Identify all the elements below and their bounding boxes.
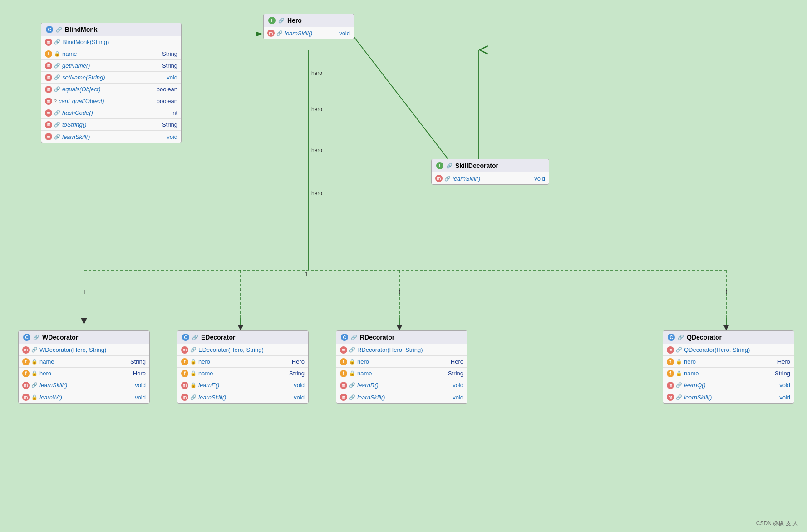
blindmonk-badge: C: [46, 26, 53, 33]
rdecorator-row-constructor: m 🔗 RDecorator(Hero, String): [336, 344, 467, 356]
skilldecorator-badge: I: [436, 162, 443, 169]
wdecorator-row-constructor: m 🔗 WDecorator(Hero, String): [19, 344, 149, 356]
qdecorator-class: C 🔗 QDecorator m 🔗 QDecorator(Hero, Stri…: [663, 330, 794, 404]
blindmonk-header: C 🔗 BlindMonk: [41, 23, 181, 36]
edecorator-row-hero: f 🔒 hero Hero: [177, 356, 308, 368]
blindmonk-canequal: canEqual(Object): [59, 98, 155, 104]
hero-class: I 🔗 Hero m 🔗 learnSkill() void: [263, 14, 354, 39]
blindmonk-row-name: f 🔒 name String: [41, 48, 181, 60]
blindmonk-name-type: String: [162, 50, 177, 57]
skilldecorator-row-learnskill: m 🔗 learnSkill() void: [432, 172, 549, 184]
blindmonk-row-learnskill: m 🔗 learnSkill() void: [41, 131, 181, 143]
rdecorator-row-learnr: m 🔗 learnR() void: [336, 379, 467, 391]
skilldecorator-learnskill-type: void: [534, 175, 545, 182]
edecorator-class: C 🔗 EDecorator m 🔗 EDecorator(Hero, Stri…: [177, 330, 309, 404]
svg-text:1: 1: [398, 289, 401, 296]
blindmonk-setname: setName(String): [62, 74, 165, 81]
svg-text:1: 1: [239, 289, 242, 296]
qdecorator-row-hero: f 🔒 hero Hero: [663, 356, 794, 368]
blindmonk-row-getname: m 🔗 getName() String: [41, 60, 181, 72]
wdecorator-header: C 🔗 WDecorator: [19, 331, 149, 344]
blindmonk-equals-type: boolean: [157, 86, 177, 93]
diagram-container: hero hero hero hero 1 1 1 1 1: [0, 0, 807, 532]
hero-row-learnskill: m 🔗 learnSkill() void: [264, 27, 354, 39]
blindmonk-getname-type: String: [162, 62, 177, 69]
svg-text:1: 1: [725, 289, 728, 296]
svg-text:1: 1: [83, 289, 86, 296]
svg-text:hero: hero: [311, 70, 322, 76]
rdecorator-header: C 🔗 RDecorator: [336, 331, 467, 344]
qdecorator-row-name: f 🔒 name String: [663, 368, 794, 379]
hero-badge: I: [268, 17, 276, 24]
blindmonk-title: BlindMonk: [65, 26, 98, 33]
blindmonk-row-setname: m 🔗 setName(String) void: [41, 72, 181, 84]
svg-line-1: [352, 34, 458, 172]
blindmonk-row-hashcode: m 🔗 hashCode() int: [41, 107, 181, 119]
qdecorator-title: QDecorator: [687, 334, 722, 341]
skilldecorator-learnskill: learnSkill(): [453, 175, 532, 182]
hero-title: Hero: [287, 17, 302, 24]
skilldecorator-link-icon: 🔗: [446, 163, 453, 169]
skilldecorator-title: SkillDecorator: [455, 162, 498, 169]
blindmonk-row-canequal: m ? canEqual(Object) boolean: [41, 95, 181, 107]
edecorator-row-constructor: m 🔗 EDecorator(Hero, String): [177, 344, 308, 356]
qdecorator-row-learnq: m 🔗 learnQ() void: [663, 379, 794, 391]
svg-marker-17: [396, 325, 403, 330]
wdecorator-row-name: f 🔒 name String: [19, 356, 149, 368]
blindmonk-row-tostring: m 🔗 toString() String: [41, 119, 181, 131]
blindmonk-getname: getName(): [62, 62, 160, 69]
wdecorator-title: WDecorator: [42, 334, 78, 341]
edecorator-row-learnskill: m 🔗 learnSkill() void: [177, 391, 308, 403]
edecorator-row-learne: m 🔒 learnE() void: [177, 379, 308, 391]
blindmonk-canequal-type: boolean: [157, 98, 177, 104]
svg-text:hero: hero: [311, 190, 322, 197]
svg-marker-20: [723, 325, 729, 330]
skilldecorator-header: I 🔗 SkillDecorator: [432, 159, 549, 172]
hero-m-badge: m: [267, 30, 275, 37]
rdecorator-row-hero: f 🔒 hero Hero: [336, 356, 467, 368]
wdecorator-row-learnskill: m 🔗 learnSkill() void: [19, 379, 149, 391]
blindmonk-tostring: toString(): [62, 121, 160, 128]
svg-text:hero: hero: [311, 147, 322, 153]
qdecorator-row-learnskill: m 🔗 learnSkill() void: [663, 391, 794, 403]
svg-text:hero: hero: [311, 106, 322, 113]
hero-learnskill-type: void: [339, 30, 350, 37]
qdecorator-header: C 🔗 QDecorator: [663, 331, 794, 344]
blindmonk-equals: equals(Object): [62, 86, 155, 93]
rdecorator-title: RDecorator: [360, 334, 394, 341]
qdecorator-row-constructor: m 🔗 QDecorator(Hero, String): [663, 344, 794, 356]
hero-learnskill-name: learnSkill(): [285, 30, 337, 37]
hero-link-icon2: 🔗: [276, 30, 283, 36]
wdecorator-row-hero: f 🔒 hero Hero: [19, 368, 149, 379]
wdecorator-class: C 🔗 WDecorator m 🔗 WDecorator(Hero, Stri…: [18, 330, 150, 404]
blindmonk-name-field: name: [62, 50, 77, 57]
blindmonk-hashcode-type: int: [171, 109, 177, 116]
blindmonk-constructor-name: BlindMonk(String): [62, 39, 109, 45]
edecorator-title: EDecorator: [201, 334, 235, 341]
edecorator-row-name: f 🔒 name String: [177, 368, 308, 379]
watermark: CSDN @橡 皮 人: [756, 520, 798, 527]
blindmonk-row-constructor: m 🔗 BlindMonk(String): [41, 36, 181, 48]
wdecorator-row-learnw: m 🔒 learnW() void: [19, 391, 149, 403]
blindmonk-class: C 🔗 BlindMonk m 🔗 BlindMonk(String) f 🔒 …: [41, 23, 182, 143]
blindmonk-row-equals: m 🔗 equals(Object) boolean: [41, 84, 181, 95]
skilldecorator-class: I 🔗 SkillDecorator m 🔗 learnSkill() void: [431, 159, 549, 185]
blindmonk-setname-type: void: [167, 74, 177, 81]
svg-marker-14: [237, 325, 244, 330]
blindmonk-link-icon: 🔗: [56, 27, 62, 33]
blindmonk-tostring-type: String: [162, 121, 177, 128]
rdecorator-row-name: f 🔒 name String: [336, 368, 467, 379]
rdecorator-row-learnskill: m 🔗 learnSkill() void: [336, 391, 467, 403]
edecorator-header: C 🔗 EDecorator: [177, 331, 308, 344]
rdecorator-class: C 🔗 RDecorator m 🔗 RDecorator(Hero, Stri…: [336, 330, 467, 404]
blindmonk-learnskill: learnSkill(): [62, 133, 165, 140]
blindmonk-learnskill-type: void: [167, 133, 177, 140]
hero-header: I 🔗 Hero: [264, 14, 354, 27]
svg-text:1: 1: [305, 271, 308, 277]
blindmonk-hashcode: hashCode(): [62, 109, 169, 116]
hero-link-icon: 🔗: [278, 18, 285, 24]
svg-marker-11: [81, 318, 87, 325]
